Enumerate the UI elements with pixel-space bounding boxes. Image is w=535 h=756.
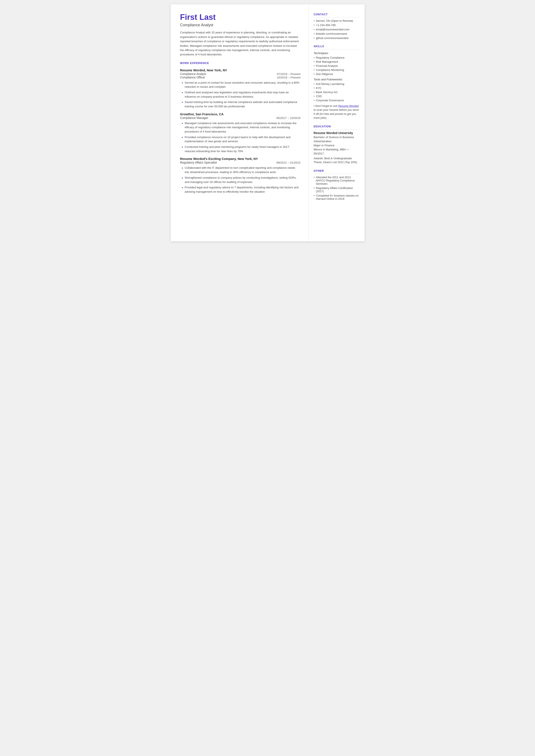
job-3-bullets: Collaborated with the IT department to t… — [182, 166, 300, 194]
contact-list: Denver, OH (Open to Remote) +1-234-456-7… — [314, 19, 360, 40]
job-2-company: Growthsi, San Francisco, CA — [180, 113, 300, 116]
other-item-2: Regulatory Affairs Certification (2017) — [314, 186, 360, 193]
contact-location: Denver, OH (Open to Remote) — [314, 19, 360, 22]
job-3-role-1-title: Regulatory Affairs Specialist — [180, 161, 217, 164]
job-3-bullet-1: Collaborated with the IT department to t… — [182, 166, 300, 174]
job-2-bullet-3: Conducted training and peer-mentoring pr… — [182, 145, 300, 153]
job-2-role-1-dates: 05/2017 – 10/2019 — [276, 116, 300, 120]
skill-regulatory-compliance: Regulatory Compliance — [314, 56, 360, 59]
job-1-company: Resume Worded, New York, NY — [180, 69, 300, 72]
contact-github: github.com/resumeworded — [314, 37, 360, 40]
job-2-role-1-row: Compliance Manager 05/2017 – 10/2019 — [180, 116, 300, 120]
job-1-role-2-dates: 10/2018 – Present — [277, 76, 300, 79]
job-2-bullets: Managed compliance risk assessments and … — [182, 121, 300, 154]
job-1-role-2-title: Compliance Officer — [180, 76, 205, 79]
right-column: CONTACT Denver, OH (Open to Remote) +1-2… — [309, 4, 365, 241]
education-section: EDUCATION Resume Worded University Bache… — [314, 125, 360, 164]
edu-awards: Awards: Best in Undergraduate Thesis, De… — [314, 156, 360, 164]
job-1-role-1-title: Compliance Analyst — [180, 72, 206, 76]
resume-worded-link[interactable]: Resume Worded — [338, 104, 359, 107]
job-1-role-1-dates: 07/2019 – Present — [277, 72, 300, 76]
tool-cdd: CDD — [314, 95, 360, 98]
edu-school: Resume Worded University — [314, 131, 360, 135]
job-2-role-1-title: Compliance Manager — [180, 116, 208, 120]
skill-compliance-monitoring: Compliance Monitoring — [314, 68, 360, 71]
job-1-bullet-3: Saved training time by building an inter… — [182, 100, 300, 108]
job-1-bullet-2: Outlined and analyzed new legislation an… — [182, 90, 300, 99]
techniques-label: Techniques: — [314, 51, 360, 55]
job-3-company: Resume Worded's Exciting Company, New Yo… — [180, 157, 300, 160]
contact-phone: +1-234-456-789 — [314, 23, 360, 27]
job-3-bullet-2: Strengthened compliance to company polic… — [182, 176, 300, 184]
skill-due-diligence: Due Diligence — [314, 72, 360, 76]
job-1-role-1-row: Compliance Analyst 07/2019 – Present — [180, 72, 300, 76]
techniques-list: Regulatory Compliance Risk Management Fi… — [314, 56, 360, 76]
tool-aml: Anti Money Laundering — [314, 82, 360, 86]
job-3-role-1-row: Regulatory Affairs Specialist 08/2012 – … — [180, 161, 300, 164]
job-1-bullet-1: Served as a point of contact for issue r… — [182, 81, 300, 89]
other-list: Attended the 2011 and 2013 NAFCU Regulat… — [314, 176, 360, 200]
contact-section: CONTACT Denver, OH (Open to Remote) +1-2… — [314, 13, 360, 40]
work-experience-heading: WORK EXPERIENCE — [180, 62, 300, 65]
contact-email: email@resumeworded.com — [314, 28, 360, 31]
other-item-3: Completed 8+ business classes on Harvard… — [314, 194, 360, 200]
skill-financial-analysis: Financial Analysis — [314, 64, 360, 68]
job-2-bullet-2: Provided compliance resource on 10 proje… — [182, 135, 300, 144]
tools-list: Anti Money Laundering KYC Bank Secrecy A… — [314, 82, 360, 102]
tool-kyc: KYC — [314, 86, 360, 90]
other-section: OTHER Attended the 2011 and 2013 NAFCU R… — [314, 169, 360, 200]
contact-heading: CONTACT — [314, 13, 360, 17]
edu-degree-name: Bachelor of Science in Business Administ… — [314, 136, 354, 143]
job-1-bullets: Served as a point of contact for issue r… — [182, 81, 300, 109]
left-column: First Last Compliance Analyst Compliance… — [171, 4, 309, 241]
resume-container: First Last Compliance Analyst Compliance… — [171, 4, 365, 241]
edu-degree: Bachelor of Science in Business Administ… — [314, 135, 360, 155]
other-heading: OTHER — [314, 169, 360, 174]
education-heading: EDUCATION — [314, 125, 360, 129]
contact-linkedin: linkedin.com/in/username — [314, 32, 360, 35]
skills-section: SKILLS Techniques: Regulatory Compliance… — [314, 45, 360, 120]
skills-heading: SKILLS — [314, 45, 360, 49]
job-1-role-2-row: Compliance Officer 10/2018 – Present — [180, 76, 300, 79]
other-item-1: Attended the 2011 and 2013 NAFCU Regulat… — [314, 176, 360, 185]
candidate-name: First Last — [180, 13, 300, 21]
summary-text: Compliance Analyst with 10 years of expe… — [180, 30, 300, 57]
skills-note: • Don't forget to use Resume Worded to s… — [314, 104, 360, 120]
skill-risk-management: Risk Management — [314, 60, 360, 63]
job-3-role-1-dates: 08/2012 – 01/2015 — [276, 161, 300, 164]
candidate-title: Compliance Analyst — [180, 23, 300, 27]
job-3-bullet-3: Provided legal and regulatory advice to … — [182, 185, 300, 194]
edu-minors: Minors in Marketing, MBA — 05/2017 — [314, 148, 350, 155]
tool-corporate-governance: Corporate Governance — [314, 99, 360, 102]
tool-bank-secrecy: Bank Secrecy Act — [314, 91, 360, 94]
edu-major: Major in Finance — [314, 144, 335, 147]
tools-label: Tools and Frameworks: — [314, 78, 360, 81]
job-2-bullet-1: Managed compliance risk assessments and … — [182, 121, 300, 134]
